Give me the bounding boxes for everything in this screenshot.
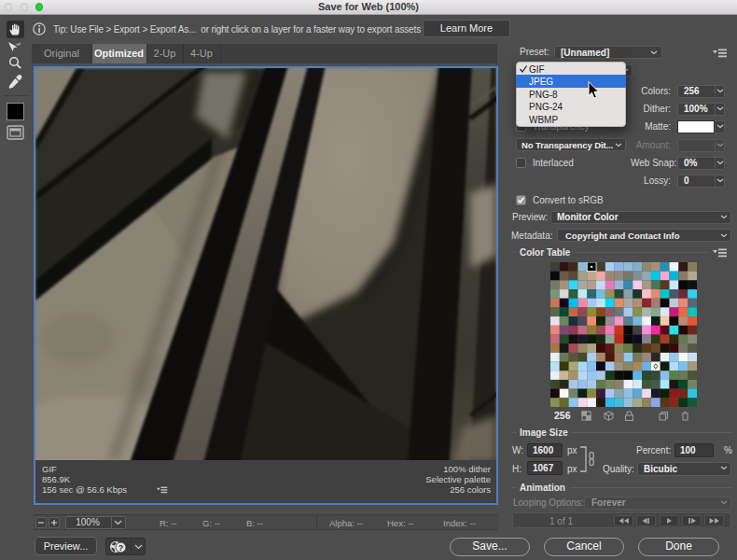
svg-text:?: ? xyxy=(118,542,124,552)
